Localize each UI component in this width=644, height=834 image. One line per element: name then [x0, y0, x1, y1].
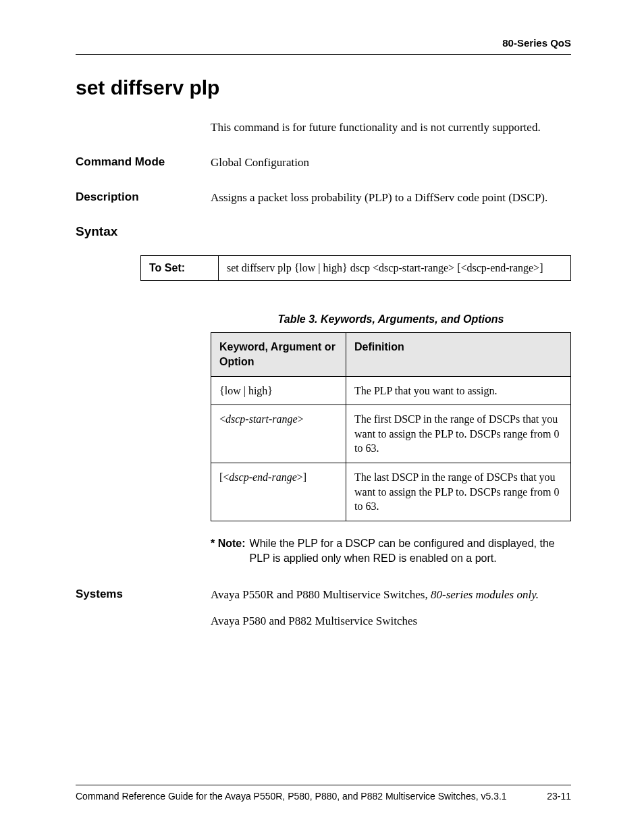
syntax-box: To Set: set diffserv plp {low | high} ds…	[140, 255, 571, 281]
table-cell-keyword: {low | high}	[211, 376, 346, 405]
description-text: Assigns a packet loss probability (PLP) …	[211, 190, 571, 206]
systems-row: Systems Avaya P550R and P880 Multiservic…	[76, 587, 571, 630]
running-header: 80-Series QoS	[76, 37, 571, 49]
document-page: 80-Series QoS set diffserv plp This comm…	[0, 0, 644, 834]
kw-close: >	[298, 413, 304, 425]
syntax-row: To Set: set diffserv plp {low | high} ds…	[141, 256, 571, 281]
footer-rule	[76, 785, 571, 785]
table-row: <dscp-start-range> The first DSCP in the…	[211, 405, 571, 463]
kw-open: [<	[219, 471, 229, 483]
kw-open: <	[219, 413, 225, 425]
command-mode-row: Command Mode Global Configuration	[76, 155, 571, 171]
systems-line-1: Avaya P550R and P880 Multiservice Switch…	[211, 587, 571, 603]
systems-1a: Avaya P550R and P880 Multiservice Switch…	[211, 588, 425, 601]
table-cell-keyword: <dscp-start-range>	[211, 405, 346, 463]
page-title: set diffserv plp	[76, 76, 571, 99]
command-mode-text: Global Configuration	[211, 155, 571, 171]
table-header-keyword: Keyword, Argument or Option	[211, 333, 346, 376]
table-row: {low | high} The PLP that you want to as…	[211, 376, 571, 405]
systems-label: Systems	[76, 587, 211, 630]
table-cell-keyword: [<dscp-end-range>]	[211, 463, 346, 521]
note-text: While the PLP for a DSCP can be configur…	[250, 536, 571, 567]
note-prefix: * Note:	[211, 536, 246, 567]
table-header-definition: Definition	[346, 333, 571, 376]
intro-text: This command is for future functionality…	[211, 120, 571, 136]
header-rule	[76, 54, 571, 55]
systems-text: Avaya P550R and P880 Multiservice Switch…	[211, 587, 571, 630]
command-mode-label: Command Mode	[76, 155, 211, 171]
table-cell-definition: The last DSCP in the range of DSCPs that…	[346, 463, 571, 521]
intro-row: This command is for future functionality…	[76, 120, 571, 136]
systems-line-2: Avaya P580 and P882 Multiservice Switche…	[211, 613, 571, 629]
syntax-box-label: To Set:	[141, 256, 219, 281]
table-cell-definition: The PLP that you want to assign.	[346, 376, 571, 405]
table-caption: Table 3. Keywords, Arguments, and Option…	[211, 313, 571, 325]
note-block: * Note: While the PLP for a DSCP can be …	[211, 536, 571, 567]
footer-right: 23-11	[547, 791, 571, 802]
description-label: Description	[76, 190, 211, 206]
intro-label-empty	[76, 120, 211, 136]
page-footer: Command Reference Guide for the Avaya P5…	[76, 785, 571, 802]
options-table: Keyword, Argument or Option Definition {…	[211, 332, 571, 521]
systems-1b: , 80-series modules only.	[425, 588, 539, 601]
table-header-row: Keyword, Argument or Option Definition	[211, 333, 571, 376]
footer-left: Command Reference Guide for the Avaya P5…	[76, 791, 507, 802]
table-row: [<dscp-end-range>] The last DSCP in the …	[211, 463, 571, 521]
table-cell-definition: The first DSCP in the range of DSCPs tha…	[346, 405, 571, 463]
description-row: Description Assigns a packet loss probab…	[76, 190, 571, 206]
syntax-box-command: set diffserv plp {low | high} dscp <dscp…	[219, 256, 571, 281]
kw-close: >]	[297, 471, 306, 483]
kw-italic: dscp-start-range	[225, 413, 298, 425]
kw-italic: dscp-end-range	[229, 471, 296, 483]
footer-row: Command Reference Guide for the Avaya P5…	[76, 791, 571, 802]
syntax-heading: Syntax	[76, 224, 571, 239]
